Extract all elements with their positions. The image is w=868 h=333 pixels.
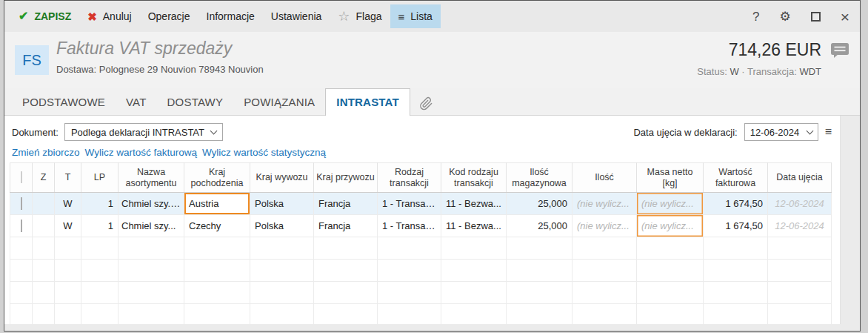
list-button[interactable]: ≡ Lista bbox=[390, 4, 441, 28]
change-bulk-link[interactable]: Zmień zbiorczo bbox=[12, 147, 80, 158]
cell-kod-rodzaju[interactable]: 11 - Bezwa... bbox=[441, 215, 507, 237]
information-label: Informacje bbox=[207, 10, 255, 22]
col-lp[interactable]: LP bbox=[81, 163, 118, 193]
header-checkbox[interactable] bbox=[21, 171, 22, 183]
col-kraj-pochodzenia[interactable]: Kraj pochodzenia bbox=[184, 163, 250, 193]
empty-cell bbox=[507, 282, 572, 304]
cell-masa-netto[interactable]: (nie wylicz... bbox=[637, 193, 704, 215]
cell-masa-netto[interactable]: (nie wylicz... bbox=[637, 215, 704, 237]
cell-data-ujecia[interactable]: 12-06-2024 bbox=[768, 193, 832, 215]
cell-t[interactable]: W bbox=[55, 215, 81, 237]
chevron-down-icon bbox=[806, 127, 813, 134]
cell-nazwa[interactable]: Chmiel szy. bbox=[118, 193, 184, 215]
empty-cell bbox=[250, 282, 314, 304]
col-rodzaj-transakcji[interactable]: Rodzaj transakcji bbox=[378, 163, 441, 193]
col-nazwa[interactable]: Nazwa asortymentu bbox=[118, 163, 184, 193]
action-links: Zmień zbiorczo Wylicz wartość fakturową … bbox=[12, 147, 326, 158]
col-z[interactable]: Z bbox=[33, 163, 55, 193]
col-kraj-wywozu[interactable]: Kraj wywozu bbox=[250, 163, 314, 193]
document-select[interactable]: Podlega deklaracji INTRASTAT bbox=[64, 123, 223, 141]
empty-cell bbox=[184, 237, 250, 260]
table-row[interactable]: W 1 Chmiel szy... Czechy Polska Francja … bbox=[10, 215, 832, 237]
cell-rodzaj-transakcji[interactable]: 1 - Transak... bbox=[378, 193, 441, 215]
cancel-button[interactable]: ✖ Anuluj bbox=[79, 4, 140, 28]
col-data-ujecia[interactable]: Data ujęcia bbox=[768, 163, 832, 193]
col-wartosc-fakturowa[interactable]: Wartość fakturowa bbox=[704, 163, 768, 193]
cell-ilosc-magazynowa[interactable]: 25,000 bbox=[507, 193, 572, 215]
col-masa-netto[interactable]: Masa netto [kg] bbox=[637, 163, 704, 193]
maximize-button[interactable] bbox=[811, 12, 821, 22]
settings-label: Ustawienia bbox=[271, 10, 321, 22]
close-button[interactable]: × bbox=[841, 9, 849, 24]
select-all-header[interactable] bbox=[10, 163, 33, 193]
cell-ilosc[interactable]: (nie wylicz... bbox=[572, 193, 637, 215]
empty-cell bbox=[441, 260, 507, 282]
cell-ilosc-magazynowa[interactable]: 25,000 bbox=[507, 215, 572, 237]
cell-z[interactable] bbox=[33, 215, 55, 237]
col-t[interactable]: T bbox=[55, 163, 81, 193]
cell-kraj-wywozu[interactable]: Polska bbox=[250, 215, 314, 237]
comment-icon[interactable] bbox=[830, 42, 849, 59]
cell-kraj-przywozu[interactable]: Francja bbox=[314, 193, 378, 215]
horizontal-scrollbar-area[interactable] bbox=[4, 324, 860, 331]
cell-data-ujecia[interactable]: 12-06-2024 bbox=[768, 215, 832, 237]
empty-cell bbox=[250, 260, 314, 282]
empty-cell bbox=[637, 304, 704, 326]
col-kraj-przywozu[interactable]: Kraj przywozu bbox=[314, 163, 378, 193]
vertical-scrollbar-area[interactable] bbox=[840, 116, 860, 331]
cell-z[interactable] bbox=[33, 193, 55, 215]
empty-cell bbox=[10, 282, 33, 304]
information-menu[interactable]: Informacje bbox=[198, 4, 263, 28]
cell-t[interactable]: W bbox=[55, 193, 81, 215]
empty-cell bbox=[184, 304, 250, 326]
tab-powiazania[interactable]: POWIĄZANIA bbox=[233, 90, 325, 115]
tab-podstawowe[interactable]: PODSTAWOWE bbox=[12, 90, 116, 115]
delivery-address: Dostawa: Polognese 29 Nouvion 78943 Nouv… bbox=[56, 64, 264, 75]
help-button[interactable]: ? bbox=[752, 10, 759, 23]
flag-button[interactable]: ☆ Flaga bbox=[330, 4, 390, 28]
cell-kraj-przywozu[interactable]: Francja bbox=[314, 215, 378, 237]
declaration-date-value: 12-06-2024 bbox=[750, 127, 800, 138]
cell-kraj-pochodzenia[interactable]: Czechy bbox=[184, 215, 250, 237]
declaration-date-label: Data ujęcia w deklaracji: bbox=[633, 127, 737, 138]
cell-ilosc[interactable]: (nie wylicz... bbox=[572, 215, 637, 237]
cell-lp[interactable]: 1 bbox=[81, 193, 118, 215]
date-menu-icon[interactable]: ≡ bbox=[825, 126, 832, 138]
empty-cell bbox=[33, 282, 55, 304]
cell-kod-rodzaju[interactable]: 11 - Bezwa... bbox=[441, 193, 507, 215]
empty-cell bbox=[118, 237, 184, 260]
cell-rodzaj-transakcji[interactable]: 1 - Transak... bbox=[378, 215, 441, 237]
window-controls: ? ⚙ × bbox=[752, 9, 849, 24]
col-ilosc[interactable]: Ilość bbox=[572, 163, 637, 193]
invoice-window: ✔ ZAPISZ ✖ Anuluj Operacje Informacje Us… bbox=[4, 0, 861, 332]
table-row[interactable]: W 1 Chmiel szy. Austria Polska Francja 1… bbox=[10, 193, 832, 215]
col-ilosc-magazynowa[interactable]: Ilość magazynowa bbox=[507, 163, 572, 193]
row-checkbox[interactable] bbox=[21, 197, 22, 210]
row-checkbox[interactable] bbox=[21, 220, 22, 232]
calc-statistical-value-link[interactable]: Wylicz wartość statystyczną bbox=[202, 147, 326, 158]
empty-cell bbox=[704, 237, 768, 260]
declaration-date-select[interactable]: 12-06-2024 bbox=[744, 123, 818, 141]
empty-row bbox=[10, 304, 832, 326]
empty-cell bbox=[637, 237, 704, 260]
gear-icon[interactable]: ⚙ bbox=[779, 10, 790, 23]
settings-menu[interactable]: Ustawienia bbox=[263, 4, 330, 28]
cell-lp[interactable]: 1 bbox=[81, 215, 118, 237]
cell-kraj-wywozu[interactable]: Polska bbox=[250, 193, 314, 215]
tab-vat[interactable]: VAT bbox=[116, 90, 157, 115]
empty-cell bbox=[507, 304, 572, 326]
calc-invoice-value-link[interactable]: Wylicz wartość fakturową bbox=[85, 147, 197, 158]
cell-kraj-pochodzenia[interactable]: Austria bbox=[184, 193, 250, 215]
save-button[interactable]: ✔ ZAPISZ bbox=[10, 4, 79, 28]
empty-cell bbox=[378, 304, 441, 326]
cell-wartosc-fakturowa[interactable]: 1 674,50 bbox=[704, 215, 768, 237]
tab-dostawy[interactable]: DOSTAWY bbox=[157, 90, 234, 115]
attachment-icon[interactable] bbox=[419, 95, 433, 111]
cell-nazwa[interactable]: Chmiel szy... bbox=[118, 215, 184, 237]
cell-wartosc-fakturowa[interactable]: 1 674,50 bbox=[704, 193, 768, 215]
empty-cell bbox=[441, 237, 507, 260]
operations-menu[interactable]: Operacje bbox=[140, 4, 198, 28]
col-kod-rodzaju[interactable]: Kod rodzaju transakcji bbox=[441, 163, 507, 193]
tab-intrastat[interactable]: INTRASTAT bbox=[325, 88, 410, 116]
empty-cell bbox=[637, 260, 704, 282]
